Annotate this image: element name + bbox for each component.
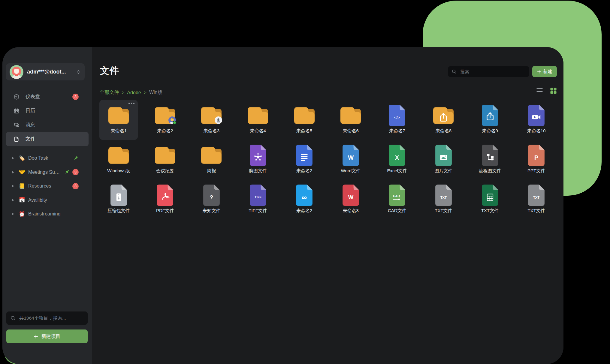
file-search-input[interactable] [460,69,525,74]
folder-item[interactable]: 未命名4 [239,100,277,140]
file-icon-box: X [378,143,416,167]
grid-view-icon[interactable] [550,87,557,95]
file-icon-box [471,143,509,167]
file-item[interactable]: W未命名3 [331,180,370,220]
file-search[interactable] [448,66,529,77]
document-file-icon: X [389,145,405,166]
document-file-icon: TIFF [250,185,266,206]
file-label: TIFF文件 [249,208,267,214]
project-search[interactable] [6,311,88,325]
file-item[interactable]: 未命名9 [471,100,509,140]
project-row[interactable]: 🤝Meetings Sum...3 [6,165,89,179]
folder-item[interactable]: 未命名6 [331,100,370,140]
file-item[interactable]: 压缩包文件 [99,180,138,220]
file-item[interactable]: 图片文件 [424,140,463,180]
expand-caret-icon[interactable] [11,198,14,202]
project-emoji-icon: 🏷️ [18,155,26,161]
file-label: 流程图文件 [479,168,501,174]
folder-icon [294,107,315,124]
user-account-pill[interactable]: adm***@doot... [6,63,85,80]
new-file-label: 新建 [543,69,552,74]
file-icon-box [285,143,324,167]
file-icon-box [192,104,231,127]
file-item[interactable]: TXT文件 [471,180,509,220]
folder-icon [201,147,222,164]
file-item[interactable]: </>未命名7 [378,100,416,140]
file-icon-box [192,143,231,167]
file-label: 未命名4 [250,128,266,134]
file-icon-box [146,183,184,207]
folder-item[interactable]: Windows版 [99,140,138,180]
file-label: TXT文件 [527,208,545,214]
file-item[interactable]: PDF文件 [146,180,184,220]
folder-item[interactable]: 未命名2 [146,100,184,140]
file-icon-box: W [331,183,370,207]
expand-caret-icon[interactable] [11,170,14,174]
svg-text:TXT: TXT [533,196,539,199]
file-label: 未命名8 [436,128,451,134]
folder-item[interactable]: 未命名5 [285,100,324,140]
file-label: 未命名1 [111,128,127,134]
file-item[interactable]: 未命名10 [517,100,556,140]
folder-item[interactable]: 会议纪要 [146,140,184,180]
project-row[interactable]: 📒Resources3 [6,179,89,193]
file-item[interactable]: ?未知文件 [192,180,231,220]
expand-caret-icon[interactable] [11,212,14,216]
document-file-icon: TXT [435,185,452,206]
breadcrumb-separator: > [122,90,124,95]
file-icon-box: TXT [424,183,463,207]
file-item[interactable]: 流程图文件 [471,140,509,180]
file-item[interactable]: WWord文件 [331,140,370,180]
folder-item[interactable]: 未命名8 [424,100,463,140]
svg-text:?: ? [210,194,213,200]
sidebar-item-file[interactable]: 文件 [6,132,89,146]
breadcrumb-item[interactable]: Adobe [127,90,141,95]
mindmap-file-icon [250,145,266,166]
file-item[interactable]: CADCAD文件 [378,180,416,220]
new-file-button[interactable]: 新建 [532,66,557,77]
file-item[interactable]: TXTTXT文件 [517,180,556,220]
folder-icon [155,147,175,164]
sidebar-item-dashboard[interactable]: 仪表盘3 [6,90,89,104]
file-grid: 未命名1未命名2未命名3未命名4未命名5未命名6</>未命名7未命名8未命名9未… [95,100,560,220]
file-item[interactable]: 脑图文件 [239,140,277,180]
list-view-icon[interactable] [536,87,543,95]
project-row[interactable]: ⏰Brainstroaming [6,207,89,221]
folder-item[interactable]: 未命名1 [99,100,138,140]
shared-user-avatar-badge [168,116,176,124]
project-label: Doo Task [28,155,71,161]
file-item[interactable]: XExcel文件 [378,140,416,180]
project-label: Resources [28,183,70,189]
file-icon-box [517,104,556,127]
project-row[interactable]: 📅Availibity [6,193,89,207]
file-item[interactable]: ∞未命名2 [285,180,324,220]
document-file-icon: ∞ [296,185,313,206]
new-project-button[interactable]: 新建项目 [6,329,88,343]
file-item[interactable]: 未命名2 [285,140,324,180]
file-item[interactable]: TXTTXT文件 [424,180,463,220]
file-item[interactable]: TIFFTIFF文件 [239,180,277,220]
folder-icon [248,107,268,124]
folder-item[interactable]: 未命名3 [192,100,231,140]
file-label: 未命名3 [204,128,219,134]
expand-caret-icon[interactable] [11,184,14,188]
file-icon-box [99,143,138,167]
file-label: 压缩包文件 [107,208,130,214]
expand-caret-icon[interactable] [11,156,14,160]
folder-item[interactable]: 周报 [192,140,231,180]
breadcrumb-item[interactable]: 全部文件 [100,89,119,96]
pin-icon [73,155,79,161]
sidebar-item-message[interactable]: 消息 [6,118,89,132]
document-file-icon: P [528,145,545,166]
file-item[interactable]: PPPT文件 [517,140,556,180]
sidebar-item-calendar[interactable]: 日历 [6,104,89,118]
shared-person-badge [215,116,222,124]
user-name: adm***@doot... [27,69,76,75]
document-file-icon: </> [389,105,405,126]
project-search-input[interactable] [19,315,83,321]
project-row[interactable]: 🏷️Doo Task [6,151,89,165]
file-icon-box: W [331,143,370,167]
breadcrumb-item: Win版 [149,89,162,96]
file-icon-box [471,183,509,207]
project-emoji-icon: 📅 [18,197,26,203]
